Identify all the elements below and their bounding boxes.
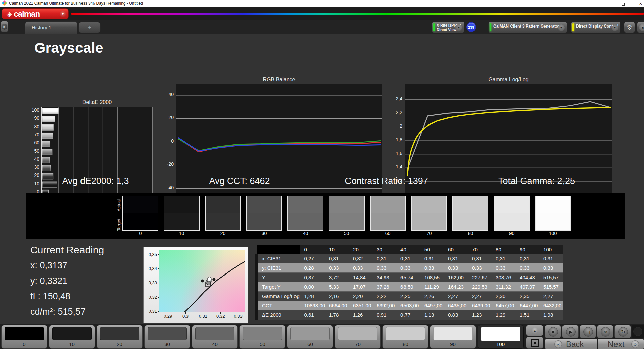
- table-cell: 111,29: [420, 282, 444, 292]
- actual-swatch-half: [329, 196, 364, 213]
- pattern-button-40[interactable]: 40: [192, 325, 238, 349]
- meter-status-indicator: [433, 23, 435, 31]
- table-cell: 311,32: [492, 282, 516, 292]
- calman-menu-button[interactable]: ◈ calman ▼: [2, 8, 69, 19]
- table-cell: 2,25: [396, 292, 420, 301]
- table-cell: 0,00: [300, 282, 325, 292]
- cie-tick-mark: [238, 312, 238, 314]
- cie-axis-tick-label: 0,35: [144, 252, 157, 257]
- deltae-bar-sheen: [42, 108, 58, 114]
- column-header-30: 30: [373, 245, 396, 254]
- target-swatch-half: [164, 213, 199, 231]
- table-cell: 0,31: [396, 254, 420, 263]
- meter-count-badge[interactable]: 239: [466, 22, 476, 32]
- close-button[interactable]: ×: [636, 0, 644, 7]
- table-cell: 0,61: [300, 310, 325, 320]
- pattern-level-label: 20: [97, 341, 142, 347]
- pattern-window-controls: ▲: [526, 325, 543, 349]
- meter-dropdown[interactable]: X-Rite i1Pro 2 Direct View ▼: [432, 22, 464, 33]
- stop-button[interactable]: ■: [545, 325, 561, 338]
- table-cell: 0,33: [444, 263, 468, 273]
- display-control-dropdown[interactable]: Direct Display Control ▼: [571, 22, 621, 33]
- pattern-level-label: 50: [240, 341, 285, 347]
- grayscale-swatch-strip: Actual Target 0102030405060708090100: [26, 193, 625, 239]
- pattern-generator-dropdown[interactable]: CalMAN Client 3 Pattern Generator ▼: [488, 22, 567, 33]
- pattern-level-label: 40: [192, 341, 237, 347]
- cie-axis-tick-label: 0,3: [179, 314, 192, 319]
- pattern-button-100[interactable]: 100: [478, 325, 524, 349]
- minimize-button[interactable]: –: [600, 0, 610, 7]
- app-icon: [1, 0, 7, 6]
- table-cell: 2,22: [373, 292, 396, 301]
- table-cell: 2,26: [420, 292, 444, 301]
- table-cell: 6503,00: [396, 301, 420, 310]
- pattern-button-10[interactable]: 10: [49, 325, 95, 349]
- axis-tick-label: 60: [25, 140, 39, 145]
- table-cell: 0,33: [396, 263, 420, 273]
- swatch-level-label: 30: [246, 231, 282, 236]
- next-button-label: Next: [608, 339, 624, 349]
- add-tab-button[interactable]: +: [78, 22, 101, 33]
- target-swatch-half: [412, 213, 446, 231]
- actual-swatch-half: [247, 196, 281, 213]
- table-cell: 0,31: [420, 254, 444, 263]
- calman-wordmark: calman: [14, 9, 40, 19]
- pattern-button-60[interactable]: 60: [287, 325, 333, 349]
- table-row-label: Target Y: [257, 282, 300, 292]
- table-cell: 1,28: [300, 292, 325, 301]
- tab-bar: ▶ History 1 + X-Rite i1Pro 2 Direct View…: [0, 20, 644, 34]
- cie-axis-tick-label: 0,29: [161, 314, 175, 319]
- table-cell: 3,72: [325, 273, 349, 282]
- pattern-button-30[interactable]: 30: [144, 325, 190, 349]
- pattern-button-80[interactable]: 80: [382, 325, 428, 349]
- table-cell: 65,74: [396, 273, 420, 282]
- gear-icon: ⚙: [627, 24, 632, 31]
- loop-button[interactable]: ∞: [597, 325, 613, 338]
- pattern-button-90[interactable]: 90: [430, 325, 476, 349]
- title-bar: Calman 2021 Calman Ultimate for Business…: [0, 0, 644, 7]
- tab-scroll-button[interactable]: ▶: [1, 21, 8, 32]
- side-panel-collapse-button[interactable]: ◀: [637, 22, 644, 33]
- pattern-swatch: [195, 327, 234, 340]
- reading-x: x: 0,3137: [30, 260, 104, 271]
- settings-button[interactable]: ⚙: [624, 22, 635, 33]
- next-button[interactable]: Next »: [598, 339, 644, 349]
- restore-button[interactable]: [618, 0, 628, 7]
- pattern-button-20[interactable]: 20: [97, 325, 143, 349]
- cie-overlay: [159, 250, 245, 312]
- actual-row-label: Actual: [116, 195, 121, 215]
- refresh-button[interactable]: ↻: [614, 325, 631, 338]
- deltae-chart-title: DeltaE 2000: [41, 99, 153, 105]
- swatch-level-label: 100: [535, 231, 571, 236]
- table-row: x: CIE310,270,310,320,310,310,310,310,31…: [257, 254, 564, 263]
- table-cell: 1,51: [516, 310, 539, 320]
- rgb-balance-chart: RGB Balance 40200-20-4001020304050607080…: [160, 77, 391, 211]
- column-header-0: 0: [300, 245, 325, 254]
- table-row: Target Y0,005,3317,0737,2668,50111,29164…: [257, 282, 564, 292]
- actual-swatch-half: [164, 196, 199, 213]
- tab-history-1[interactable]: History 1: [25, 21, 77, 34]
- back-button[interactable]: « Back: [545, 339, 597, 349]
- pattern-window-mode-button[interactable]: [526, 337, 543, 349]
- step-button[interactable]: [··]: [580, 325, 596, 338]
- target-swatch-half: [536, 213, 570, 231]
- deltae-bar-sheen: [42, 116, 55, 122]
- swatch-level-label: 10: [164, 231, 200, 236]
- table-cell: 227,67: [468, 273, 492, 282]
- series-blue-line: [178, 138, 380, 151]
- pattern-button-70[interactable]: 70: [335, 325, 381, 349]
- table-row-label: y: CIE31: [257, 263, 300, 273]
- pattern-button-0[interactable]: 0: [1, 325, 47, 349]
- deltae-bar-sheen: [42, 149, 52, 155]
- table-cell: 308,76: [492, 273, 516, 282]
- play-button[interactable]: ▶: [562, 325, 579, 338]
- column-header-90: 90: [516, 245, 539, 254]
- table-cell: 6664,00: [325, 301, 349, 310]
- stat-total-gamma: Total Gamma: 2,25: [498, 176, 575, 186]
- table-cell: 0,31: [516, 254, 539, 263]
- axis-tick-label: 2,2: [388, 110, 402, 115]
- table-cell: 162,00: [444, 273, 468, 282]
- play-arrow-icon: ▶: [2, 24, 7, 30]
- pattern-button-50[interactable]: 50: [239, 325, 285, 349]
- pattern-window-up-button[interactable]: ▲: [526, 325, 543, 336]
